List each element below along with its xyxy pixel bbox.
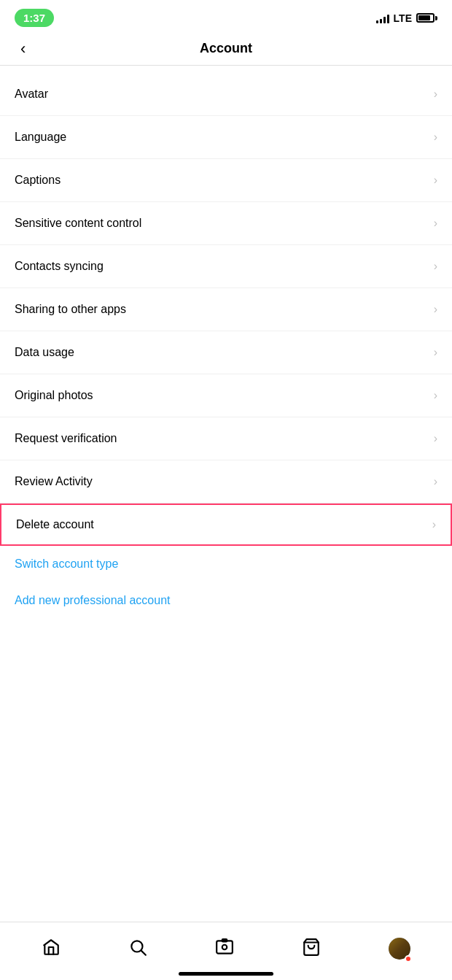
page-title: Account	[200, 41, 252, 56]
chevron-right-icon: ›	[434, 389, 437, 402]
chevron-right-icon: ›	[434, 475, 437, 488]
chevron-right-icon: ›	[434, 346, 437, 359]
status-time: 1:37	[15, 9, 54, 27]
chevron-right-icon: ›	[434, 217, 437, 230]
chevron-right-icon: ›	[434, 88, 437, 101]
menu-list: Avatar › Language › Captions › Sensitive…	[0, 73, 452, 546]
lte-label: LTE	[394, 12, 412, 24]
chevron-right-icon: ›	[434, 260, 437, 273]
menu-item-label: Avatar	[15, 88, 48, 101]
chevron-right-icon: ›	[434, 432, 437, 445]
menu-item-review-activity[interactable]: Review Activity ›	[0, 460, 452, 503]
battery-icon	[416, 13, 437, 23]
status-right: LTE	[376, 12, 437, 24]
add-professional-link[interactable]: Add new professional account	[0, 582, 452, 619]
content-area: Avatar › Language › Captions › Sensitive…	[0, 73, 452, 692]
link-label: Add new professional account	[15, 594, 170, 606]
link-label: Switch account type	[15, 557, 118, 570]
video-icon	[215, 938, 234, 960]
menu-item-sharing[interactable]: Sharing to other apps ›	[0, 288, 452, 331]
menu-item-label: Request verification	[15, 432, 117, 445]
chevron-right-icon: ›	[434, 174, 437, 187]
svg-line-1	[141, 950, 146, 954]
chevron-right-icon: ›	[434, 131, 437, 144]
back-button[interactable]: ‹	[15, 36, 31, 61]
menu-item-language[interactable]: Language ›	[0, 116, 452, 159]
nav-home[interactable]	[42, 938, 61, 960]
switch-account-link[interactable]: Switch account type	[0, 546, 452, 582]
menu-item-label: Review Activity	[15, 475, 93, 488]
search-icon	[128, 938, 147, 960]
status-bar: 1:37 LTE	[0, 0, 452, 32]
home-icon	[42, 938, 61, 960]
nav-profile[interactable]	[389, 938, 410, 960]
nav-video[interactable]	[215, 938, 234, 960]
menu-item-contacts-syncing[interactable]: Contacts syncing ›	[0, 245, 452, 288]
menu-item-sensitive-content[interactable]: Sensitive content control ›	[0, 202, 452, 245]
menu-item-label: Contacts syncing	[15, 260, 104, 273]
menu-item-label: Original photos	[15, 389, 93, 402]
menu-item-data-usage[interactable]: Data usage ›	[0, 331, 452, 374]
nav-search[interactable]	[128, 938, 147, 960]
home-indicator	[179, 972, 273, 976]
svg-point-3	[222, 944, 227, 949]
notification-dot	[405, 955, 412, 962]
shop-icon	[302, 938, 321, 960]
chevron-right-icon: ›	[432, 518, 436, 531]
bottom-nav	[0, 922, 452, 980]
svg-rect-4	[222, 939, 227, 941]
svg-rect-2	[217, 941, 233, 953]
menu-item-label: Sensitive content control	[15, 217, 141, 230]
menu-item-label: Captions	[15, 174, 61, 187]
chevron-right-icon: ›	[434, 303, 437, 316]
menu-item-original-photos[interactable]: Original photos ›	[0, 374, 452, 417]
menu-item-label: Data usage	[15, 346, 74, 359]
menu-item-request-verification[interactable]: Request verification ›	[0, 417, 452, 460]
menu-item-captions[interactable]: Captions ›	[0, 159, 452, 202]
menu-item-delete-account[interactable]: Delete account ›	[0, 503, 452, 546]
menu-item-label: Delete account	[16, 518, 94, 531]
header: ‹ Account	[0, 32, 452, 66]
signal-icon	[376, 13, 389, 23]
menu-item-avatar[interactable]: Avatar ›	[0, 73, 452, 116]
menu-item-label: Language	[15, 131, 66, 144]
nav-shop[interactable]	[302, 938, 321, 960]
menu-item-label: Sharing to other apps	[15, 303, 126, 316]
